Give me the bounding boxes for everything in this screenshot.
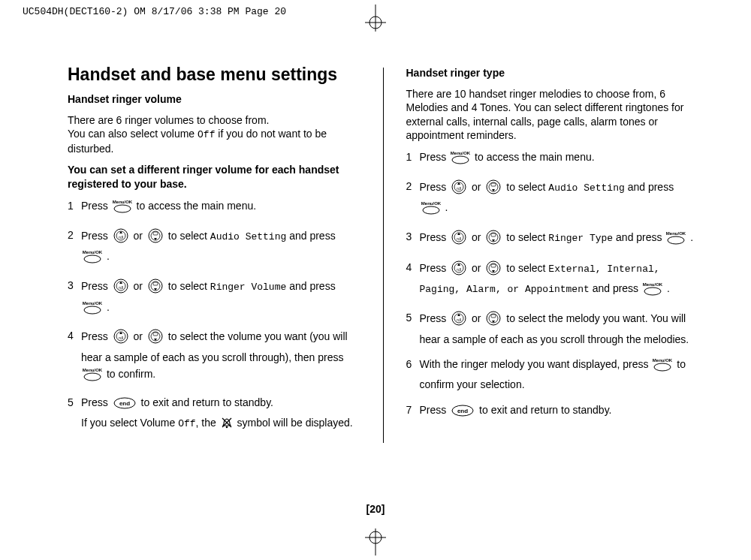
step: 2 Press or to select Audio Setting and p…: [406, 179, 699, 220]
text: With the ringer melody you want displaye…: [420, 358, 652, 370]
text: or: [131, 280, 146, 292]
step: 5 Press or to select the melody you want…: [406, 310, 699, 348]
text: to exit and return to standby.: [476, 404, 611, 416]
left-column: Handset and base menu settings Handset r…: [68, 65, 360, 443]
menu-ok-icon: [652, 358, 673, 377]
text: Press: [420, 231, 450, 243]
text: to access the main menu.: [472, 151, 594, 163]
down-button-icon: [146, 328, 164, 350]
step: 1 Press to access the main menu.: [68, 198, 360, 218]
step: 6 With the ringer melody you want displa…: [406, 357, 699, 393]
end-button-icon: [112, 396, 137, 415]
intro-text: There are 6 ringer volumes to choose fro…: [68, 113, 360, 155]
register-mark-top: [362, 5, 389, 32]
text: Press: [420, 404, 450, 416]
note: You can set a different ringer volume fo…: [68, 163, 360, 190]
text: and press: [590, 282, 641, 294]
text: Press: [81, 230, 111, 242]
text: and press: [286, 230, 335, 242]
page-body: Handset and base menu settings Handset r…: [68, 65, 698, 443]
section-heading-ringer-type: Handset ringer type: [406, 66, 699, 80]
menu-ok-icon: [82, 250, 103, 269]
step: 3 Press or to select Ringer Type and pre…: [406, 229, 699, 251]
step: 4 Press or to select External, Internal,…: [406, 260, 699, 301]
text: and press: [625, 181, 674, 193]
menu-value-off: Off: [178, 418, 195, 429]
down-button-icon: [146, 278, 164, 300]
menu-ok-icon: [642, 282, 663, 301]
menu-ok-icon: [112, 200, 133, 218]
text: to confirm.: [104, 368, 155, 380]
menu-value: Audio Setting: [548, 182, 624, 194]
text: Press: [81, 200, 111, 212]
menu-value-off: Off: [198, 129, 215, 140]
right-column: Handset ringer type There are 10 handset…: [406, 65, 699, 443]
text: or: [469, 312, 484, 324]
header-slug: UC504DH(DECT160-2) OM 8/17/06 3:38 PM Pa…: [23, 6, 286, 17]
text: to select: [503, 181, 548, 193]
text: to select: [165, 230, 210, 242]
text: to select: [503, 231, 548, 243]
up-button-icon: [450, 229, 468, 251]
column-divider: [383, 68, 384, 443]
text: Press: [420, 181, 450, 193]
text: Press: [420, 262, 450, 274]
text: or: [469, 181, 484, 193]
text: to select: [165, 280, 210, 292]
up-button-icon: [112, 278, 130, 300]
menu-value: Ringer Volume: [210, 282, 286, 293]
text: .: [104, 250, 110, 262]
text: Press: [81, 396, 111, 408]
text: or: [469, 262, 484, 274]
text: .: [442, 201, 448, 213]
text: Press: [420, 151, 450, 163]
menu-ok-icon: [421, 201, 442, 220]
up-button-icon: [450, 260, 468, 282]
register-mark-bottom: [362, 528, 389, 555]
text: , the: [196, 417, 219, 429]
down-button-icon: [484, 260, 502, 282]
up-button-icon: [450, 310, 468, 332]
section-heading-ringer-volume: Handset ringer volume: [68, 92, 360, 106]
down-button-icon: [484, 229, 502, 251]
step: 3 Press or to select Ringer Volume and p…: [68, 278, 360, 319]
steps-ringer-volume: 1 Press to access the main menu. 2 Press…: [68, 198, 360, 434]
down-button-icon: [484, 310, 502, 332]
intro-text: There are 10 handset ringer melodies to …: [406, 87, 699, 142]
menu-ok-icon: [665, 231, 686, 250]
ringer-off-icon: [221, 417, 233, 434]
text: .: [664, 282, 670, 294]
menu-ok-icon: [450, 151, 471, 170]
step: 2 Press or to select Audio Setting and p…: [68, 227, 360, 269]
steps-ringer-type: 1 Press to access the main menu. 2 Press…: [406, 149, 699, 423]
page-number: [20]: [366, 503, 385, 515]
up-button-icon: [112, 328, 130, 350]
page-title: Handset and base menu settings: [68, 65, 360, 85]
text: to exit and return to standby.: [138, 396, 273, 408]
end-button-icon: [450, 404, 475, 423]
text: .: [687, 231, 693, 243]
menu-value: Audio Setting: [210, 231, 286, 242]
text: and press: [286, 280, 335, 292]
menu-value: Ringer Type: [548, 233, 613, 244]
text: and press: [613, 231, 665, 243]
text: .: [104, 301, 110, 313]
text: or: [131, 230, 146, 242]
text: Press: [81, 330, 111, 342]
text: symbol will be displayed.: [234, 417, 353, 429]
up-button-icon: [450, 179, 468, 200]
text: or: [469, 231, 484, 243]
text: If you select Volume: [81, 417, 178, 429]
text: to select: [503, 262, 548, 274]
step: 1 Press to access the main menu.: [406, 149, 699, 170]
text: Press: [420, 312, 450, 324]
text: There are 6 ringer volumes to choose fro…: [68, 114, 269, 126]
text: to access the main menu.: [134, 200, 256, 212]
step: 5 Press to exit and return to standby. I…: [68, 395, 360, 433]
step: 4 Press or to select the volume you want…: [68, 328, 360, 386]
menu-ok-icon: [82, 301, 103, 320]
text: You can also select volume: [68, 128, 198, 140]
up-button-icon: [112, 227, 130, 249]
down-button-icon: [146, 227, 164, 249]
menu-ok-icon: [82, 368, 103, 387]
